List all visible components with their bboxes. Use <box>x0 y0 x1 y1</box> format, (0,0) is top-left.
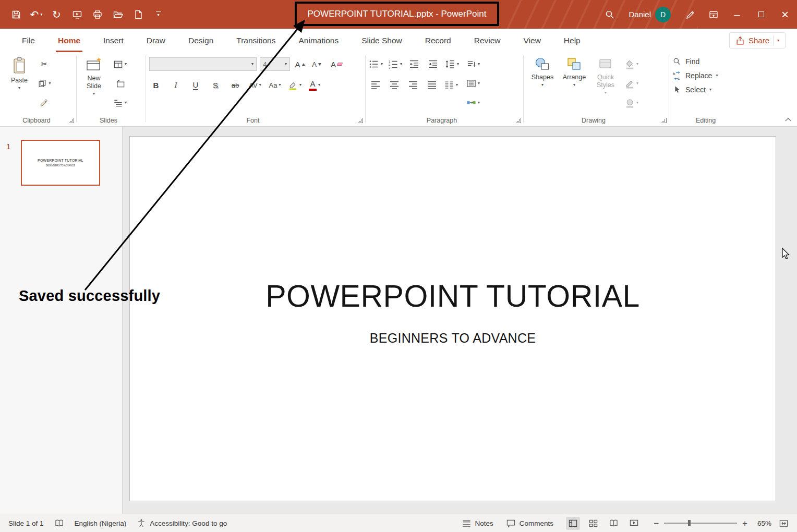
paste-button[interactable]: Paste ▾ <box>5 52 33 114</box>
reset-slide-button[interactable] <box>113 77 127 90</box>
notes-toggle-button[interactable]: Notes <box>462 519 493 527</box>
copy-button[interactable]: ▾ <box>38 77 51 90</box>
font-color-button[interactable]: A ▾ <box>308 78 321 92</box>
save-button[interactable] <box>6 4 26 26</box>
bold-button[interactable]: B <box>149 78 163 92</box>
slide-title-text[interactable]: POWERPOINT TUTORIAL <box>130 279 776 314</box>
change-case-button[interactable]: Aa▾ <box>268 78 282 92</box>
underline-button[interactable]: U <box>189 78 202 92</box>
slide-sorter-view-button[interactable] <box>586 517 600 530</box>
tab-help[interactable]: Help <box>552 29 592 52</box>
select-button[interactable]: Select ▾ <box>672 85 718 94</box>
customize-qat-button[interactable]: ▾ <box>149 4 168 26</box>
format-painter-button[interactable] <box>38 96 51 110</box>
new-slide-button[interactable]: NewSlide ▾ <box>80 52 108 114</box>
paragraph-dialog-launcher[interactable] <box>516 118 521 123</box>
chevron-down-icon: ▾ <box>605 91 607 95</box>
accessibility-status-button[interactable]: Accessibility: Good to go <box>137 518 227 528</box>
zoom-level-button[interactable]: 65% <box>753 519 771 527</box>
drawing-dialog-launcher[interactable] <box>661 118 667 123</box>
text-highlight-button[interactable]: ▾ <box>288 78 301 92</box>
shape-effects-button[interactable]: ▾ <box>625 96 638 110</box>
normal-view-button[interactable] <box>566 517 580 530</box>
tab-insert[interactable]: Insert <box>92 29 135 52</box>
replace-button[interactable]: bc Replace ▾ <box>672 71 718 80</box>
zoom-in-button[interactable]: + <box>742 519 747 528</box>
new-slide-icon <box>86 56 102 73</box>
font-size-combobox[interactable]: 4 ▾ <box>260 57 290 71</box>
justify-button[interactable] <box>425 78 439 92</box>
tab-file[interactable]: File <box>10 29 46 52</box>
shapes-button[interactable]: Shapes ▾ <box>527 52 558 114</box>
undo-button[interactable]: ↶ ▾ <box>27 4 46 26</box>
shape-fill-button[interactable]: ▾ <box>625 57 638 71</box>
start-slideshow-button[interactable] <box>67 4 87 26</box>
zoom-slider[interactable] <box>664 523 737 524</box>
slide-subtitle-text[interactable]: BEGINNERS TO ADVANCE <box>130 331 776 346</box>
share-button[interactable]: Share ▾ <box>729 32 786 49</box>
decrease-indent-button[interactable] <box>407 57 421 71</box>
redo-button[interactable]: ↻ <box>47 4 66 26</box>
align-center-button[interactable] <box>388 78 401 92</box>
minimize-button[interactable]: – <box>725 0 749 29</box>
align-right-button[interactable] <box>406 78 420 92</box>
increase-font-size-button[interactable]: A <box>293 57 307 71</box>
collapse-ribbon-button[interactable] <box>786 117 791 122</box>
cut-button[interactable]: ✂ <box>38 57 51 71</box>
convert-to-smartart-button[interactable]: ▾ <box>466 96 480 110</box>
strikethrough-button[interactable]: ab <box>228 78 242 92</box>
clipboard-dialog-launcher[interactable] <box>69 118 74 123</box>
tab-record[interactable]: Record <box>414 29 463 52</box>
user-name[interactable]: Daniel <box>629 10 651 19</box>
close-button[interactable]: × <box>773 0 797 29</box>
language-button[interactable]: English (Nigeria) <box>75 519 127 527</box>
quick-styles-button[interactable]: QuickStyles ▾ <box>590 52 621 114</box>
tab-home[interactable]: Home <box>46 29 92 52</box>
slideshow-view-button[interactable] <box>627 517 641 530</box>
text-shadow-button[interactable]: S <box>209 78 222 92</box>
tab-review[interactable]: Review <box>463 29 512 52</box>
increase-indent-button[interactable] <box>426 57 440 71</box>
quick-print-button[interactable] <box>88 4 107 26</box>
align-left-button[interactable] <box>369 78 382 92</box>
numbering-button[interactable]: 123 ▾ <box>388 57 402 71</box>
pen-tools-button[interactable] <box>679 0 702 29</box>
decrease-font-size-button[interactable]: A <box>310 57 323 71</box>
fit-slide-to-window-button[interactable] <box>777 517 791 530</box>
ribbon-display-options-button[interactable] <box>702 0 725 29</box>
align-text-button[interactable]: ▾ <box>466 77 480 90</box>
slide-thumbnail[interactable]: POWERPOINT TUTORIAL BEGINNERS TO ADVANCE <box>21 140 100 186</box>
search-button[interactable] <box>598 0 621 29</box>
columns-button[interactable]: ▾ <box>444 78 458 92</box>
maximize-button[interactable] <box>749 0 773 29</box>
open-file-button[interactable] <box>108 4 127 26</box>
tab-draw[interactable]: Draw <box>135 29 177 52</box>
font-name-combobox[interactable]: ▾ <box>149 57 257 71</box>
slideshow-from-start-icon <box>72 9 82 20</box>
section-button[interactable]: ▾ <box>113 96 127 110</box>
zoom-out-button[interactable]: − <box>654 519 659 528</box>
find-button[interactable]: Find <box>672 57 718 66</box>
comments-button[interactable]: Comments <box>506 519 553 528</box>
tab-slide-show[interactable]: Slide Show <box>350 29 414 52</box>
shape-outline-button[interactable]: ▾ <box>625 77 638 90</box>
tab-view[interactable]: View <box>512 29 552 52</box>
line-spacing-button[interactable]: ▾ <box>445 57 459 71</box>
tab-transitions[interactable]: Transitions <box>225 29 287 52</box>
reading-view-button[interactable] <box>607 517 621 530</box>
italic-button[interactable]: I <box>169 78 183 92</box>
clear-formatting-button[interactable]: A <box>330 57 343 71</box>
character-spacing-button[interactable]: AV▾ <box>248 78 262 92</box>
avatar[interactable]: D <box>655 7 671 22</box>
spell-check-button[interactable] <box>54 519 64 528</box>
arrange-button[interactable]: Arrange ▾ <box>558 52 590 114</box>
tab-animations[interactable]: Animations <box>287 29 350 52</box>
slide-editor[interactable]: POWERPOINT TUTORIAL BEGINNERS TO ADVANCE <box>129 136 776 501</box>
tab-design[interactable]: Design <box>177 29 225 52</box>
zoom-slider-thumb[interactable] <box>688 520 691 526</box>
slide-layout-button[interactable]: ▾ <box>113 57 127 71</box>
bullets-button[interactable]: ▾ <box>369 57 383 71</box>
new-file-button[interactable] <box>128 4 148 26</box>
text-direction-button[interactable]: ▾ <box>466 57 480 71</box>
font-dialog-launcher[interactable] <box>358 118 363 123</box>
